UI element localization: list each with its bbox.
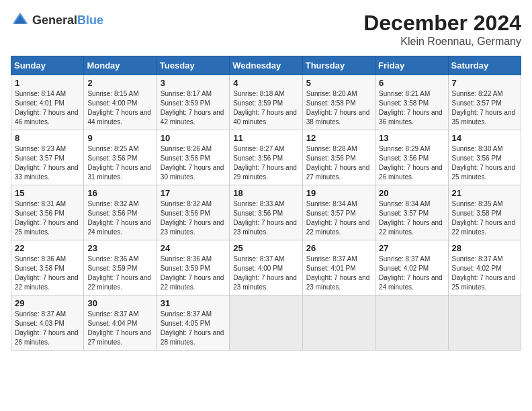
sunrise: Sunrise: 8:37 AM	[306, 255, 357, 263]
week-row-5: 29 Sunrise: 8:37 AM Sunset: 4:03 PM Dayl…	[11, 295, 521, 351]
day-number: 4	[233, 78, 298, 88]
day-info: Sunrise: 8:35 AM Sunset: 3:58 PM Dayligh…	[452, 199, 517, 237]
day-info: Sunrise: 8:17 AM Sunset: 3:59 PM Dayligh…	[161, 89, 226, 127]
sunset: Sunset: 3:56 PM	[233, 210, 283, 217]
sunrise: Sunrise: 8:28 AM	[306, 145, 357, 152]
day-info: Sunrise: 8:31 AM Sunset: 3:56 PM Dayligh…	[15, 199, 80, 237]
sunrise: Sunrise: 8:35 AM	[452, 200, 503, 208]
day-cell: 23 Sunrise: 8:36 AM Sunset: 3:59 PM Dayl…	[84, 240, 157, 295]
day-cell: 11 Sunrise: 8:27 AM Sunset: 3:56 PM Dayl…	[230, 130, 302, 185]
day-number: 9	[87, 133, 152, 143]
sunset: Sunset: 3:57 PM	[452, 99, 502, 107]
day-number: 12	[306, 133, 371, 143]
sunset: Sunset: 3:56 PM	[161, 210, 210, 217]
day-info: Sunrise: 8:14 AM Sunset: 4:01 PM Dayligh…	[15, 89, 80, 127]
sunrise: Sunrise: 8:14 AM	[15, 90, 66, 97]
logo-text: GeneralBlue	[32, 13, 103, 28]
day-info: Sunrise: 8:32 AM Sunset: 3:56 PM Dayligh…	[161, 199, 226, 237]
daylight: Daylight: 7 hours and 42 minutes.	[161, 109, 224, 126]
sunrise: Sunrise: 8:25 AM	[87, 145, 138, 152]
sunset: Sunset: 3:56 PM	[233, 154, 283, 162]
day-cell: 22 Sunrise: 8:36 AM Sunset: 3:58 PM Dayl…	[11, 240, 84, 295]
day-cell: 29 Sunrise: 8:37 AM Sunset: 4:03 PM Dayl…	[11, 295, 84, 351]
sunrise: Sunrise: 8:23 AM	[15, 145, 66, 152]
daylight: Daylight: 7 hours and 22 minutes.	[379, 219, 443, 236]
day-number: 1	[15, 78, 80, 88]
daylight: Daylight: 7 hours and 22 minutes.	[306, 219, 370, 236]
day-number: 7	[452, 78, 517, 88]
day-number: 20	[379, 188, 444, 198]
sunrise: Sunrise: 8:17 AM	[161, 90, 212, 97]
day-info: Sunrise: 8:20 AM Sunset: 3:58 PM Dayligh…	[306, 89, 371, 127]
day-info: Sunrise: 8:34 AM Sunset: 3:57 PM Dayligh…	[306, 199, 371, 237]
col-saturday: Saturday	[448, 56, 521, 75]
daylight: Daylight: 7 hours and 33 minutes.	[15, 164, 79, 181]
day-number: 21	[452, 188, 517, 198]
day-cell: 15 Sunrise: 8:31 AM Sunset: 3:56 PM Dayl…	[11, 185, 84, 240]
sunset: Sunset: 3:56 PM	[452, 154, 502, 162]
sunset: Sunset: 4:02 PM	[379, 265, 429, 272]
daylight: Daylight: 7 hours and 46 minutes.	[15, 109, 79, 126]
daylight: Daylight: 7 hours and 28 minutes.	[161, 329, 224, 346]
sunset: Sunset: 3:58 PM	[452, 210, 502, 217]
daylight: Daylight: 7 hours and 26 minutes.	[15, 329, 79, 346]
sunrise: Sunrise: 8:33 AM	[233, 200, 284, 208]
day-number: 16	[87, 188, 152, 198]
sunrise: Sunrise: 8:36 AM	[87, 255, 138, 263]
day-number: 27	[379, 243, 444, 253]
daylight: Daylight: 7 hours and 25 minutes.	[452, 274, 516, 291]
daylight: Daylight: 7 hours and 22 minutes.	[161, 274, 224, 291]
sunset: Sunset: 3:58 PM	[306, 99, 356, 107]
day-number: 22	[15, 243, 80, 253]
daylight: Daylight: 7 hours and 23 minutes.	[161, 219, 224, 236]
sunrise: Sunrise: 8:20 AM	[306, 90, 357, 97]
daylight: Daylight: 7 hours and 23 minutes.	[233, 219, 297, 236]
sunrise: Sunrise: 8:34 AM	[306, 200, 357, 208]
sunset: Sunset: 4:03 PM	[15, 320, 64, 327]
day-info: Sunrise: 8:28 AM Sunset: 3:56 PM Dayligh…	[306, 144, 371, 182]
sunrise: Sunrise: 8:32 AM	[87, 200, 138, 208]
daylight: Daylight: 7 hours and 22 minutes.	[15, 274, 79, 291]
day-cell: 7 Sunrise: 8:22 AM Sunset: 3:57 PM Dayli…	[448, 75, 521, 130]
day-cell: 17 Sunrise: 8:32 AM Sunset: 3:56 PM Dayl…	[157, 185, 229, 240]
sunrise: Sunrise: 8:32 AM	[161, 200, 212, 208]
sunset: Sunset: 3:58 PM	[15, 265, 64, 272]
sunset: Sunset: 3:59 PM	[161, 265, 210, 272]
sunset: Sunset: 3:57 PM	[379, 210, 429, 217]
daylight: Daylight: 7 hours and 30 minutes.	[161, 164, 224, 181]
sunset: Sunset: 3:56 PM	[379, 154, 429, 162]
sunrise: Sunrise: 8:18 AM	[233, 90, 284, 97]
col-tuesday: Tuesday	[157, 56, 229, 75]
day-number: 10	[161, 133, 226, 143]
sunset: Sunset: 3:59 PM	[87, 265, 137, 272]
sunset: Sunset: 4:04 PM	[87, 320, 137, 327]
day-cell: 10 Sunrise: 8:26 AM Sunset: 3:56 PM Dayl…	[157, 130, 229, 185]
day-cell: 21 Sunrise: 8:35 AM Sunset: 3:58 PM Dayl…	[448, 185, 521, 240]
day-number: 26	[306, 243, 371, 253]
sunrise: Sunrise: 8:37 AM	[87, 310, 138, 318]
day-cell	[448, 295, 521, 351]
col-sunday: Sunday	[11, 56, 84, 75]
day-cell: 27 Sunrise: 8:37 AM Sunset: 4:02 PM Dayl…	[375, 240, 448, 295]
sunset: Sunset: 3:56 PM	[306, 154, 356, 162]
day-info: Sunrise: 8:37 AM Sunset: 4:00 PM Dayligh…	[233, 255, 298, 292]
day-number: 13	[379, 133, 444, 143]
day-info: Sunrise: 8:36 AM Sunset: 3:58 PM Dayligh…	[15, 255, 80, 292]
day-info: Sunrise: 8:37 AM Sunset: 4:04 PM Dayligh…	[87, 310, 152, 347]
header-row: Sunday Monday Tuesday Wednesday Thursday…	[11, 56, 521, 75]
day-cell: 2 Sunrise: 8:15 AM Sunset: 4:00 PM Dayli…	[84, 75, 157, 130]
day-info: Sunrise: 8:32 AM Sunset: 3:56 PM Dayligh…	[87, 199, 152, 237]
daylight: Daylight: 7 hours and 25 minutes.	[15, 219, 79, 236]
sunrise: Sunrise: 8:29 AM	[379, 145, 430, 152]
day-number: 19	[306, 188, 371, 198]
day-cell: 5 Sunrise: 8:20 AM Sunset: 3:58 PM Dayli…	[302, 75, 375, 130]
day-cell: 30 Sunrise: 8:37 AM Sunset: 4:04 PM Dayl…	[84, 295, 157, 351]
sunset: Sunset: 3:59 PM	[233, 99, 283, 107]
day-number: 29	[15, 298, 80, 308]
day-info: Sunrise: 8:33 AM Sunset: 3:56 PM Dayligh…	[233, 199, 298, 237]
day-info: Sunrise: 8:25 AM Sunset: 3:56 PM Dayligh…	[87, 144, 152, 182]
day-info: Sunrise: 8:22 AM Sunset: 3:57 PM Dayligh…	[452, 89, 517, 127]
day-info: Sunrise: 8:37 AM Sunset: 4:02 PM Dayligh…	[452, 255, 517, 292]
day-number: 23	[87, 243, 152, 253]
day-info: Sunrise: 8:26 AM Sunset: 3:56 PM Dayligh…	[161, 144, 226, 182]
